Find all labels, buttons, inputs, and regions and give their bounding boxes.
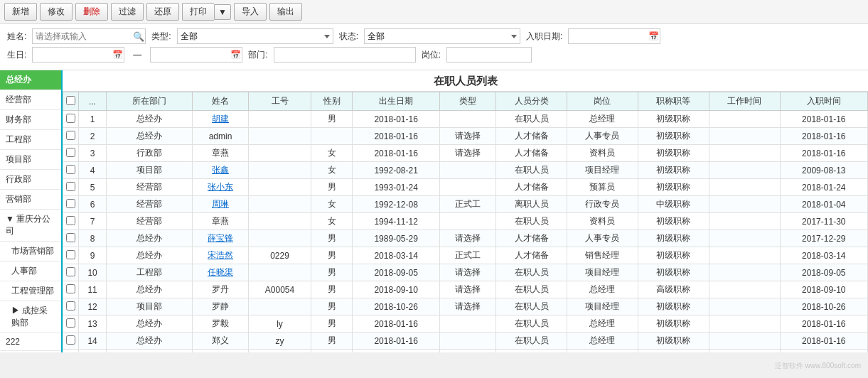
filter-button[interactable]: 过滤 (111, 3, 144, 21)
row-checkbox[interactable] (66, 267, 75, 276)
row-checkbox[interactable] (66, 148, 75, 157)
hire-date-calendar-icon[interactable]: 📅 (648, 31, 659, 41)
table-row: 5 经营部 张小东 男 1993-01-24 人才储备 预算员 初级职称 201… (63, 179, 868, 196)
row-checkbox[interactable] (66, 182, 75, 191)
name-input[interactable] (32, 28, 146, 44)
birthday-start-wrap: 📅 (32, 47, 124, 63)
position-input[interactable] (446, 47, 532, 63)
row-checkbox[interactable] (66, 284, 75, 293)
row-checkbox-cell[interactable] (63, 333, 79, 350)
col-position: 岗位 (567, 92, 638, 111)
row-name[interactable]: 任晓渠 (193, 264, 249, 281)
row-checkbox-cell[interactable] (63, 128, 79, 145)
row-index: 6 (79, 196, 107, 213)
col-hiretime: 入职时间 (780, 92, 867, 111)
sidebar-item-5[interactable]: 行政部 (0, 170, 61, 190)
row-hiretime: 2009-08-13 (780, 162, 867, 179)
row-hiretime: 2018-01-04 (780, 196, 867, 213)
row-birth: 2018-03-14 (352, 247, 439, 264)
row-title: 初级职称 (638, 128, 709, 145)
delete-button[interactable]: 删除 (75, 3, 108, 21)
status-select[interactable]: 全部 在职 离职 (364, 28, 520, 44)
col-birth: 出生日期 (352, 92, 439, 111)
sidebar-item-chongqing[interactable]: ▼ 重庆分公司 (0, 210, 61, 242)
edit-button[interactable]: 修改 (40, 3, 73, 21)
row-checkbox[interactable] (66, 114, 75, 123)
row-checkbox-cell[interactable] (63, 162, 79, 179)
row-checkbox[interactable] (66, 335, 75, 345)
select-all-checkbox[interactable] (66, 96, 75, 105)
row-checkbox-cell[interactable] (63, 111, 79, 128)
row-name: 章燕 (193, 145, 249, 162)
row-dept: 总经办 (107, 247, 193, 264)
sidebar-item-6[interactable]: 营销部 (0, 190, 61, 210)
sidebar-item-engineering[interactable]: 工程管理部 (0, 281, 61, 301)
row-checkbox-cell[interactable] (63, 213, 79, 230)
row-index: 11 (79, 281, 107, 298)
sidebar-item-procurement[interactable]: ▶ 成控采购部 (0, 301, 61, 333)
row-checkbox[interactable] (66, 165, 75, 174)
row-position: 总经理 (567, 111, 638, 128)
row-name[interactable]: 胡建 (193, 111, 249, 128)
row-checkbox-cell[interactable] (63, 179, 79, 196)
row-category: 人才储备 (496, 128, 567, 145)
row-checkbox-cell[interactable] (63, 145, 79, 162)
row-worktime (709, 350, 780, 353)
row-checkbox-cell[interactable] (63, 196, 79, 213)
row-checkbox[interactable] (66, 250, 75, 259)
dept-input[interactable] (274, 47, 416, 63)
row-empid: A00054 (248, 281, 311, 298)
row-checkbox[interactable] (66, 233, 75, 242)
sidebar-item-222[interactable]: 222 (0, 333, 61, 351)
row-gender: 男 (311, 247, 353, 264)
sidebar-item-1[interactable]: 经营部 (0, 90, 61, 110)
row-name[interactable]: 张鑫 (193, 162, 249, 179)
import-button[interactable]: 导入 (234, 3, 267, 21)
row-checkbox-cell[interactable] (63, 281, 79, 298)
row-name[interactable]: 宋浩然 (193, 247, 249, 264)
hire-date-start-input[interactable] (568, 28, 660, 44)
row-dept: 总经办 (107, 281, 193, 298)
sidebar-item-2[interactable]: 财务部 (0, 110, 61, 130)
row-checkbox-cell[interactable] (63, 350, 79, 353)
row-dept: 总经办 (107, 333, 193, 350)
row-title: 初级职称 (638, 145, 709, 162)
col-checkbox[interactable] (63, 92, 79, 111)
row-type (440, 315, 496, 333)
sidebar-item-marketing[interactable]: 市场营销部 (0, 242, 61, 261)
print-button[interactable]: 打印 (182, 3, 214, 21)
row-birth: 2018-09-05 (352, 264, 439, 281)
row-name[interactable]: 薛宝锋 (193, 230, 249, 247)
print-dropdown-button[interactable]: ▼ (214, 4, 231, 20)
row-checkbox-cell[interactable] (63, 230, 79, 247)
row-checkbox[interactable] (66, 199, 75, 208)
row-checkbox-cell[interactable] (63, 298, 79, 315)
row-checkbox-cell[interactable] (63, 247, 79, 264)
add-button[interactable]: 新增 (4, 3, 37, 21)
restore-button[interactable]: 还原 (146, 3, 179, 21)
type-select[interactable]: 全部 正式工 实习生 (177, 28, 333, 44)
row-checkbox[interactable] (66, 301, 75, 310)
row-hiretime: 2018-01-16 (780, 333, 867, 350)
birthday-start-input[interactable] (32, 47, 124, 63)
row-checkbox[interactable] (66, 352, 75, 353)
row-empid (248, 196, 311, 213)
sidebar-item-3[interactable]: 工程部 (0, 130, 61, 150)
sidebar-item-0[interactable]: 总经办 (0, 70, 61, 90)
row-checkbox[interactable] (66, 318, 75, 328)
row-name[interactable]: 张小东 (193, 179, 249, 196)
sidebar-item-4[interactable]: 项目部 (0, 150, 61, 170)
row-checkbox[interactable] (66, 131, 75, 140)
row-dept: 项目部 (107, 162, 193, 179)
row-checkbox[interactable] (66, 216, 75, 225)
sidebar-item-hr[interactable]: 人事部 (0, 261, 61, 281)
row-checkbox-cell[interactable] (63, 264, 79, 281)
birthday-end-calendar-icon[interactable]: 📅 (230, 50, 241, 60)
row-checkbox-cell[interactable] (63, 315, 79, 333)
birthday-start-calendar-icon[interactable]: 📅 (112, 50, 123, 60)
row-title: 初级职称 (638, 333, 709, 350)
birthday-end-input[interactable] (150, 47, 242, 63)
export-button[interactable]: 输出 (269, 3, 302, 21)
name-search-icon[interactable]: 🔍 (133, 31, 144, 42)
row-name[interactable]: 周琳 (193, 196, 249, 213)
